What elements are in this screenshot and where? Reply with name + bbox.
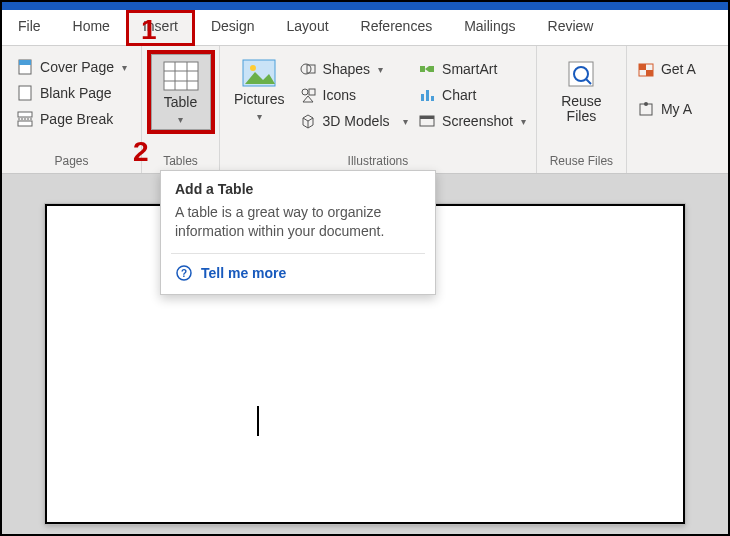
my-addins-button[interactable]: My A xyxy=(635,98,698,120)
table-label: Table xyxy=(164,95,197,110)
shapes-label: Shapes xyxy=(323,61,370,77)
tell-me-more-label: Tell me more xyxy=(201,265,286,281)
3d-models-label: 3D Models xyxy=(323,113,390,129)
group-illustrations: Pictures ▾ Shapes ▾ Icons xyxy=(220,46,537,173)
blank-page-button[interactable]: Blank Page xyxy=(14,82,129,104)
tooltip-add-table: Add a Table A table is a great way to or… xyxy=(160,170,436,295)
group-reuse-files: Reuse Files Reuse Files xyxy=(537,46,627,173)
svg-rect-20 xyxy=(420,66,425,72)
get-addins-button[interactable]: Get A xyxy=(635,58,698,80)
chart-button[interactable]: Chart xyxy=(416,84,528,106)
group-tables-label: Tables xyxy=(163,154,198,171)
store-icon xyxy=(637,60,655,78)
icons-label: Icons xyxy=(323,87,356,103)
svg-rect-27 xyxy=(420,116,434,119)
svg-rect-33 xyxy=(646,70,653,76)
chevron-down-icon: ▾ xyxy=(122,62,127,73)
blank-page-label: Blank Page xyxy=(40,85,112,101)
cube-icon xyxy=(299,112,317,130)
pictures-button[interactable]: Pictures ▾ xyxy=(228,54,291,124)
group-tables: Table ▾ Tables xyxy=(142,46,220,173)
svg-rect-3 xyxy=(18,112,32,117)
tab-file[interactable]: File xyxy=(2,10,57,45)
svg-rect-2 xyxy=(19,86,31,100)
addins-icon xyxy=(637,100,655,118)
svg-rect-21 xyxy=(429,66,434,72)
tell-me-more-link[interactable]: ? Tell me more xyxy=(161,254,435,294)
group-addins: Get A My A xyxy=(627,46,706,173)
smartart-button[interactable]: SmartArt xyxy=(416,58,528,80)
svg-text:?: ? xyxy=(181,268,187,279)
text-cursor xyxy=(257,406,259,436)
chevron-down-icon: ▾ xyxy=(178,114,183,125)
svg-rect-25 xyxy=(431,96,434,101)
svg-rect-32 xyxy=(639,64,646,70)
tab-layout[interactable]: Layout xyxy=(271,10,345,45)
reuse-files-icon xyxy=(563,58,599,90)
svg-rect-6 xyxy=(164,62,198,90)
tab-references[interactable]: References xyxy=(345,10,449,45)
blank-page-icon xyxy=(16,84,34,102)
chart-label: Chart xyxy=(442,87,476,103)
chevron-down-icon: ▾ xyxy=(257,111,262,122)
ribbon-tabs: File Home Insert Design Layout Reference… xyxy=(2,10,728,46)
reuse-files-button[interactable]: Reuse Files xyxy=(554,54,608,127)
reuse-files-label: Reuse Files xyxy=(561,94,601,125)
chevron-down-icon: ▾ xyxy=(378,64,383,75)
tooltip-body: A table is a great way to organize infor… xyxy=(161,203,435,253)
table-button[interactable]: Table ▾ xyxy=(154,57,208,127)
cover-page-label: Cover Page xyxy=(40,59,114,75)
icons-button[interactable]: Icons xyxy=(297,84,410,106)
group-reuse-label: Reuse Files xyxy=(550,154,613,171)
svg-marker-22 xyxy=(425,66,429,72)
tab-home[interactable]: Home xyxy=(57,10,126,45)
my-addins-label: My A xyxy=(661,101,692,117)
tab-review[interactable]: Review xyxy=(532,10,610,45)
group-illustrations-label: Illustrations xyxy=(348,154,409,171)
title-bar xyxy=(2,2,728,10)
page-break-label: Page Break xyxy=(40,111,113,127)
screenshot-label: Screenshot xyxy=(442,113,513,129)
svg-point-35 xyxy=(644,102,648,106)
svg-point-15 xyxy=(302,89,308,95)
group-pages-label: Pages xyxy=(54,154,88,171)
chevron-down-icon: ▾ xyxy=(521,116,526,127)
chart-icon xyxy=(418,86,436,104)
svg-rect-23 xyxy=(421,94,424,101)
help-icon: ? xyxy=(175,264,193,282)
pictures-icon xyxy=(241,58,277,88)
3d-models-button[interactable]: 3D Models ▾ xyxy=(297,110,410,132)
svg-marker-17 xyxy=(303,96,313,102)
svg-point-12 xyxy=(250,65,256,71)
page-break-icon xyxy=(16,110,34,128)
svg-rect-16 xyxy=(309,89,315,95)
smartart-label: SmartArt xyxy=(442,61,497,77)
screenshot-icon xyxy=(418,112,436,130)
tooltip-title: Add a Table xyxy=(161,171,435,203)
group-pages: Cover Page ▾ Blank Page Page Break Page xyxy=(2,46,142,173)
table-icon xyxy=(163,61,199,91)
tab-insert[interactable]: Insert xyxy=(126,10,195,46)
shapes-icon xyxy=(299,60,317,78)
icons-icon xyxy=(299,86,317,104)
ribbon: Cover Page ▾ Blank Page Page Break Page xyxy=(2,46,728,174)
shapes-button[interactable]: Shapes ▾ xyxy=(297,58,410,80)
cover-page-button[interactable]: Cover Page ▾ xyxy=(14,56,129,78)
group-addins-label xyxy=(665,154,668,171)
tab-mailings[interactable]: Mailings xyxy=(448,10,531,45)
pictures-label: Pictures xyxy=(234,92,285,107)
chevron-down-icon: ▾ xyxy=(398,116,409,127)
tab-design[interactable]: Design xyxy=(195,10,271,45)
svg-rect-1 xyxy=(19,60,31,65)
screenshot-button[interactable]: Screenshot ▾ xyxy=(416,110,528,132)
get-addins-label: Get A xyxy=(661,61,696,77)
svg-rect-24 xyxy=(426,90,429,101)
page-break-button[interactable]: Page Break xyxy=(14,108,129,130)
svg-rect-4 xyxy=(18,121,32,126)
cover-page-icon xyxy=(16,58,34,76)
smartart-icon xyxy=(418,60,436,78)
